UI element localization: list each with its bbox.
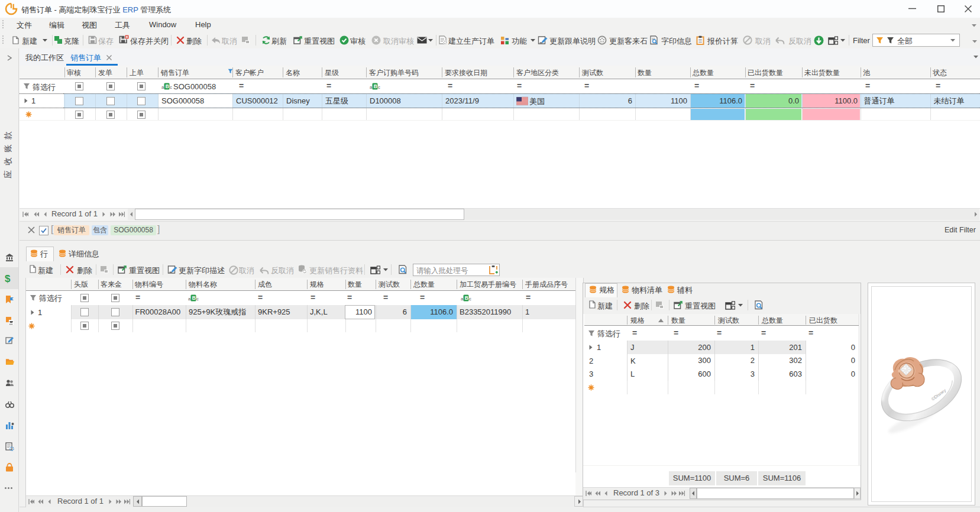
svg-text:B: B <box>192 295 196 301</box>
svg-text:c: c <box>378 85 380 90</box>
svg-text:B: B <box>465 295 468 301</box>
svg-text:a: a <box>188 296 191 302</box>
svg-text:a: a <box>161 85 164 90</box>
svg-text:a: a <box>461 296 464 302</box>
svg-text:B: B <box>166 83 169 89</box>
svg-text:c: c <box>170 85 172 90</box>
svg-text:c: c <box>469 296 471 302</box>
svg-text:a: a <box>370 85 373 90</box>
svg-text:c: c <box>196 296 199 302</box>
svg-text:B: B <box>374 83 377 89</box>
